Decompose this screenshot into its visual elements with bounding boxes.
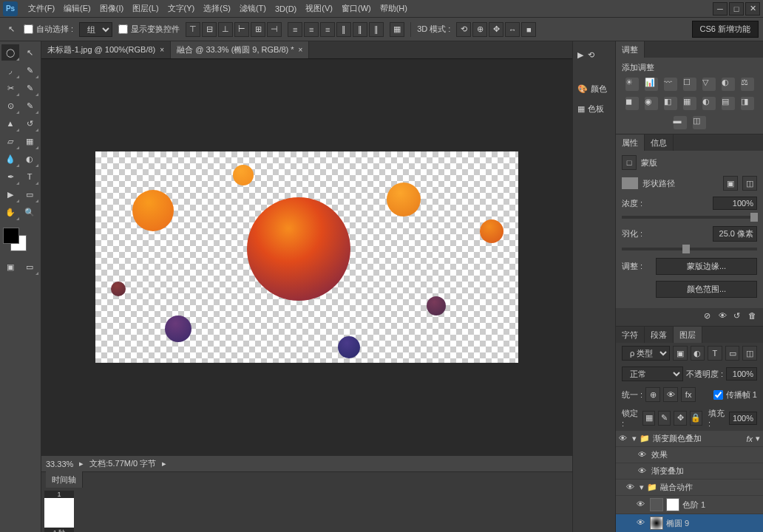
brush-tool[interactable]: ✎ bbox=[21, 98, 38, 114]
mask-edge-button[interactable]: 蒙版边缘... bbox=[656, 258, 757, 275]
dist-hcenter-icon[interactable]: ‖ bbox=[353, 22, 367, 37]
menu-view[interactable]: 视图(V) bbox=[301, 1, 337, 16]
canvas-area[interactable] bbox=[41, 59, 572, 455]
zoom-level[interactable]: 33.33% bbox=[46, 460, 73, 468]
layer-row-levels[interactable]: 👁 色阶 1 bbox=[616, 496, 763, 514]
menu-help[interactable]: 帮助(H) bbox=[376, 1, 412, 16]
align-top-icon[interactable]: ⊤ bbox=[186, 22, 200, 37]
lock-trans-icon[interactable]: ▦ bbox=[642, 411, 655, 426]
character-tab[interactable]: 字符 bbox=[616, 327, 645, 343]
vibrance-icon[interactable]: ▽ bbox=[702, 78, 716, 91]
colorbalance-icon[interactable]: ⚖ bbox=[741, 78, 754, 91]
visibility-icon[interactable]: 👁 bbox=[637, 499, 647, 510]
color-swatches[interactable] bbox=[1, 226, 39, 256]
unify-style-icon[interactable]: fx bbox=[681, 387, 696, 402]
auto-align-icon[interactable]: ▦ bbox=[390, 22, 404, 37]
vector-mask-icon[interactable]: ◫ bbox=[742, 176, 757, 191]
align-right-icon[interactable]: ⊣ bbox=[267, 22, 282, 37]
zoom-tool[interactable]: 🔍 bbox=[21, 204, 38, 220]
layer-row-gradient-overlay-effect[interactable]: 👁 渐变叠加 bbox=[616, 463, 763, 480]
brightness-icon[interactable]: ☀ bbox=[625, 78, 639, 91]
align-hcenter-icon[interactable]: ⊞ bbox=[251, 22, 265, 37]
crop-tool[interactable]: ✂ bbox=[1, 80, 19, 96]
align-vcenter-icon[interactable]: ⊟ bbox=[202, 22, 217, 37]
layer-row-gradient-overlay-group[interactable]: 👁 ▾ 📁 渐变颜色叠加 fx ▾ bbox=[616, 431, 763, 447]
channelmixer-icon[interactable]: ◧ bbox=[664, 97, 677, 110]
chevron-down-icon[interactable]: ▾ bbox=[756, 434, 760, 443]
marquee-tool[interactable]: ◯ bbox=[1, 44, 19, 61]
eye-icon[interactable]: 👁 bbox=[719, 311, 730, 323]
type-tool[interactable]: T bbox=[21, 168, 38, 185]
filter-type-icon[interactable]: T bbox=[708, 346, 722, 361]
dist-vcenter-icon[interactable]: ≡ bbox=[304, 22, 319, 37]
doc-info-icon[interactable]: ▸ bbox=[79, 459, 84, 468]
menu-image[interactable]: 图像(I) bbox=[95, 1, 128, 16]
quickmask-tool[interactable]: ▣ bbox=[1, 259, 19, 275]
menu-type[interactable]: 文字(Y) bbox=[163, 1, 200, 16]
3d-scale-icon[interactable]: ■ bbox=[521, 22, 536, 37]
fill-input[interactable]: 100% bbox=[729, 412, 757, 425]
curves-icon[interactable]: 〰 bbox=[664, 78, 677, 91]
blend-mode-select[interactable]: 正常 bbox=[622, 366, 683, 381]
visibility-icon[interactable]: 👁 bbox=[619, 434, 629, 444]
menu-filter[interactable]: 滤镜(T) bbox=[235, 1, 271, 16]
layer-row-ellipse9[interactable]: 👁 椭圆 9 bbox=[616, 514, 763, 532]
feather-input[interactable]: 25.0 像素 bbox=[713, 226, 757, 242]
posterize-icon[interactable]: ▤ bbox=[722, 97, 735, 110]
menu-file[interactable]: 文件(F) bbox=[24, 1, 59, 16]
selective-icon[interactable]: ◫ bbox=[693, 116, 706, 129]
dist-top-icon[interactable]: ≡ bbox=[288, 22, 302, 37]
menu-3d[interactable]: 3D(D) bbox=[271, 2, 301, 16]
move-tool[interactable]: ↖ bbox=[21, 44, 38, 61]
dist-bottom-icon[interactable]: ≡ bbox=[320, 22, 335, 37]
exposure-icon[interactable]: ☐ bbox=[683, 78, 696, 91]
unify-visibility-icon[interactable]: 👁 bbox=[663, 387, 678, 402]
canvas[interactable] bbox=[95, 151, 518, 363]
auto-select-mode-select[interactable]: 组 bbox=[79, 22, 112, 37]
swatches-panel-icon[interactable]: ▦色板 bbox=[576, 99, 612, 119]
path-select-tool[interactable]: ▶ bbox=[1, 186, 19, 202]
eraser-tool[interactable]: ▱ bbox=[1, 133, 19, 149]
workspace-select[interactable]: CS6 新增功能 bbox=[692, 21, 759, 38]
visibility-icon[interactable]: 👁 bbox=[638, 450, 648, 460]
collapse-icon[interactable]: ▾ bbox=[632, 434, 637, 443]
spot-heal-tool[interactable]: ⊙ bbox=[1, 98, 19, 114]
invert-icon[interactable]: ◐ bbox=[702, 97, 716, 110]
color-panel-icon[interactable]: 🎨颜色 bbox=[576, 79, 612, 99]
close-icon[interactable]: × bbox=[299, 46, 303, 54]
hue-icon[interactable]: ◐ bbox=[722, 78, 735, 91]
3d-rotate-icon[interactable]: ⟲ bbox=[456, 22, 471, 37]
opacity-input[interactable]: 100% bbox=[726, 367, 757, 381]
info-tab[interactable]: 信息 bbox=[645, 134, 674, 151]
menu-window[interactable]: 窗口(W) bbox=[337, 1, 376, 16]
filter-adjust-icon[interactable]: ◐ bbox=[691, 346, 705, 361]
quick-select-tool[interactable]: ✎ bbox=[21, 62, 38, 78]
doc-info-arrow-icon[interactable]: ▸ bbox=[162, 459, 166, 468]
minimize-button[interactable]: ─ bbox=[713, 2, 728, 16]
revert-icon[interactable]: ↺ bbox=[733, 311, 745, 323]
fg-color-swatch[interactable] bbox=[3, 228, 19, 244]
gradientmap-icon[interactable]: ▬ bbox=[674, 116, 687, 129]
layers-tab[interactable]: 图层 bbox=[674, 327, 702, 343]
layer-filter-select[interactable]: ρ 类型 bbox=[622, 346, 670, 361]
visibility-icon[interactable]: 👁 bbox=[638, 466, 648, 477]
play-icon[interactable]: ▶ ⟲ bbox=[576, 46, 612, 64]
visibility-icon[interactable]: 👁 bbox=[626, 482, 637, 493]
transform-controls-checkbox[interactable] bbox=[118, 24, 128, 34]
properties-tab[interactable]: 属性 bbox=[616, 134, 645, 151]
close-icon[interactable]: × bbox=[160, 46, 164, 54]
mask-icon[interactable]: □ bbox=[622, 155, 637, 170]
gradient-tool[interactable]: ▦ bbox=[21, 133, 38, 149]
feather-slider[interactable] bbox=[622, 248, 757, 250]
color-range-button[interactable]: 颜色范围... bbox=[656, 281, 757, 298]
lock-pos-icon[interactable]: ✥ bbox=[674, 411, 686, 426]
filter-shape-icon[interactable]: ▭ bbox=[725, 346, 740, 361]
screenmode-tool[interactable]: ▭ bbox=[21, 259, 38, 275]
timeline-tab[interactable]: 时间轴 bbox=[46, 471, 83, 488]
filter-pixel-icon[interactable]: ▣ bbox=[673, 346, 688, 361]
doc-tab-1[interactable]: 未标题-1.jpg @ 100%(RGB/8)× bbox=[41, 41, 171, 58]
paragraph-tab[interactable]: 段落 bbox=[645, 327, 674, 343]
blur-tool[interactable]: 💧 bbox=[1, 151, 19, 167]
stamp-tool[interactable]: ▲ bbox=[1, 115, 19, 132]
3d-roll-icon[interactable]: ⊕ bbox=[472, 22, 487, 37]
